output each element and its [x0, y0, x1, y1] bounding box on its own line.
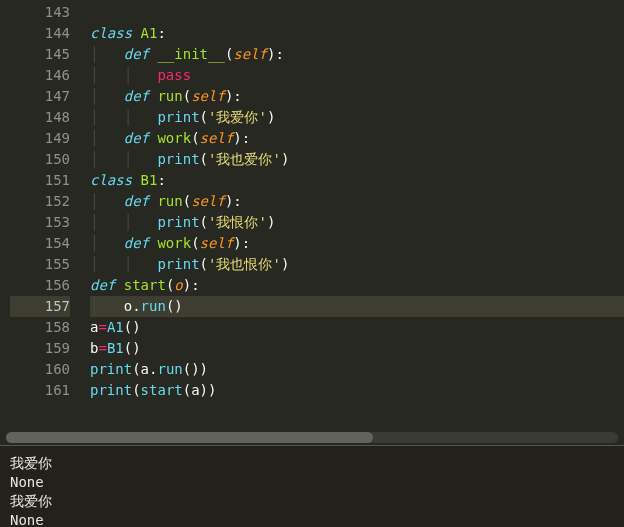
code-line[interactable]: def start(o): — [90, 275, 624, 296]
code-line[interactable]: class B1: — [90, 170, 624, 191]
code-token: ) — [281, 151, 289, 167]
code-line[interactable]: │ │ print('我也恨你') — [90, 254, 624, 275]
code-line[interactable]: │ def work(self): — [90, 128, 624, 149]
code-token: print — [157, 109, 199, 125]
line-number: 161 — [10, 380, 70, 401]
code-token: def — [124, 235, 158, 251]
code-line[interactable]: a=A1() — [90, 317, 624, 338]
code-line[interactable]: print(start(a)) — [90, 380, 624, 401]
code-token: work — [157, 130, 191, 146]
code-token: self — [200, 235, 234, 251]
code-line[interactable]: │ o.run() — [90, 296, 624, 317]
code-token: start — [124, 277, 166, 293]
horizontal-scrollbar[interactable] — [0, 430, 624, 445]
code-token: ()) — [183, 361, 208, 377]
line-number: 151 — [10, 170, 70, 191]
code-token: '我也恨你' — [208, 256, 281, 272]
code-token: B1 — [141, 172, 158, 188]
code-token: print — [90, 361, 132, 377]
code-token: () — [166, 298, 183, 314]
code-token: run — [141, 298, 166, 314]
code-token: │ — [90, 298, 124, 314]
code-token: self — [200, 130, 234, 146]
code-token: print — [157, 151, 199, 167]
code-token: ( — [200, 214, 208, 230]
code-token: : — [157, 25, 165, 41]
code-token: ) — [267, 109, 275, 125]
code-token: class — [90, 25, 141, 41]
scrollbar-thumb[interactable] — [6, 432, 373, 443]
code-token: (a)) — [183, 382, 217, 398]
code-token: ( — [200, 256, 208, 272]
line-number: 148 — [10, 107, 70, 128]
code-token: ( — [200, 151, 208, 167]
line-number: 153 — [10, 212, 70, 233]
code-token: '我也爱你' — [208, 151, 281, 167]
code-token: def — [124, 46, 158, 62]
code-token: start — [141, 382, 183, 398]
code-token: A1 — [107, 319, 124, 335]
code-token: () — [124, 340, 141, 356]
code-editor[interactable]: 1431441451461471481491501511521531541551… — [0, 0, 624, 430]
code-token: print — [157, 256, 199, 272]
code-token: = — [98, 319, 106, 335]
code-line[interactable]: │ def __init__(self): — [90, 44, 624, 65]
code-line[interactable]: class A1: — [90, 23, 624, 44]
code-token: def — [124, 193, 158, 209]
code-token: ): — [233, 235, 250, 251]
code-token: self — [233, 46, 267, 62]
code-line[interactable]: │ │ print('我恨你') — [90, 212, 624, 233]
code-token: A1 — [141, 25, 158, 41]
code-line[interactable]: b=B1() — [90, 338, 624, 359]
code-line[interactable]: │ │ print('我也爱你') — [90, 149, 624, 170]
code-token: ): — [233, 130, 250, 146]
code-token: B1 — [107, 340, 124, 356]
line-number: 143 — [10, 2, 70, 23]
code-token: run — [157, 88, 182, 104]
line-number: 144 — [10, 23, 70, 44]
line-number: 155 — [10, 254, 70, 275]
code-line[interactable]: │ def work(self): — [90, 233, 624, 254]
code-token: def — [90, 277, 124, 293]
code-token: ) — [267, 214, 275, 230]
code-token: ( — [183, 88, 191, 104]
code-token: o. — [124, 298, 141, 314]
code-token: ( — [132, 382, 140, 398]
code-line[interactable]: │ def run(self): — [90, 86, 624, 107]
line-number: 159 — [10, 338, 70, 359]
code-token: │ │ — [90, 256, 157, 272]
code-token: o — [174, 277, 182, 293]
code-line[interactable]: │ def run(self): — [90, 191, 624, 212]
code-token: (a. — [132, 361, 157, 377]
scrollbar-track[interactable] — [6, 432, 618, 443]
code-token: '我爱你' — [208, 109, 267, 125]
line-number: 146 — [10, 65, 70, 86]
code-line[interactable]: │ │ print('我爱你') — [90, 107, 624, 128]
code-token: self — [191, 88, 225, 104]
code-token: '我恨你' — [208, 214, 267, 230]
code-token: pass — [157, 67, 191, 83]
code-token: print — [90, 382, 132, 398]
code-token: print — [157, 214, 199, 230]
line-number: 147 — [10, 86, 70, 107]
code-token: ( — [191, 130, 199, 146]
code-line[interactable]: print(a.run()) — [90, 359, 624, 380]
code-token: () — [124, 319, 141, 335]
code-token: : — [157, 172, 165, 188]
line-number: 152 — [10, 191, 70, 212]
code-area[interactable]: class A1:│ def __init__(self):│ │ pass│ … — [90, 0, 624, 430]
code-token: │ │ — [90, 214, 157, 230]
code-token: │ │ — [90, 109, 157, 125]
code-line[interactable] — [90, 2, 624, 23]
line-number: 156 — [10, 275, 70, 296]
code-token: run — [157, 193, 182, 209]
code-line[interactable]: │ │ pass — [90, 65, 624, 86]
line-number: 149 — [10, 128, 70, 149]
code-token: │ — [90, 235, 124, 251]
line-number: 154 — [10, 233, 70, 254]
code-token: def — [124, 88, 158, 104]
code-token: │ — [90, 88, 124, 104]
code-token: │ │ — [90, 67, 157, 83]
line-number: 158 — [10, 317, 70, 338]
code-token: ): — [225, 193, 242, 209]
